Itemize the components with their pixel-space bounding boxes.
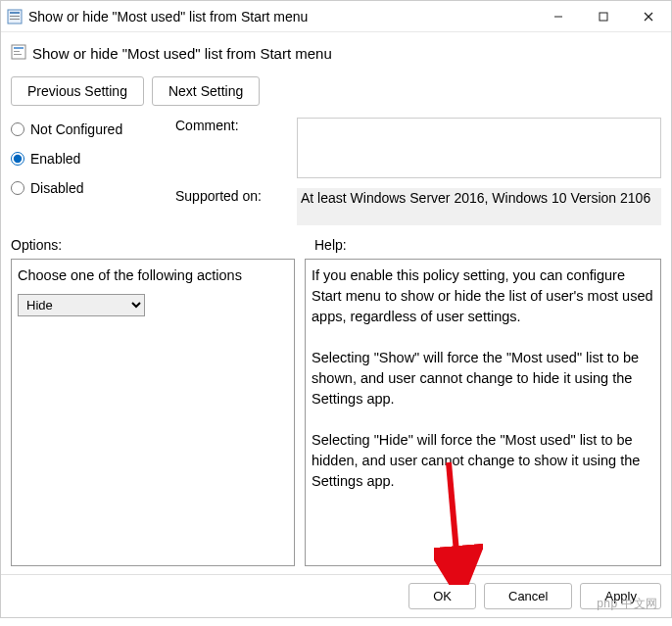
options-label: Options:: [11, 237, 305, 253]
titlebar: Show or hide "Most used" list from Start…: [1, 1, 671, 32]
previous-setting-button[interactable]: Previous Setting: [11, 76, 144, 106]
radio-disabled-input[interactable]: [11, 181, 24, 195]
maximize-button[interactable]: [581, 2, 626, 31]
window-controls: [536, 2, 671, 31]
options-prompt: Choose one of the following actions: [18, 265, 288, 286]
apply-button[interactable]: Apply: [580, 583, 661, 609]
radio-enabled-label: Enabled: [30, 151, 80, 167]
comment-row: Comment:: [175, 118, 661, 178]
dialog-content: Show or hide "Most used" list from Start…: [1, 32, 671, 574]
policy-header: Show or hide "Most used" list from Start…: [11, 40, 661, 71]
supported-row: Supported on: At least Windows Server 20…: [175, 188, 661, 225]
help-label: Help:: [314, 237, 661, 253]
svg-rect-3: [10, 19, 20, 20]
cancel-button[interactable]: Cancel: [484, 583, 572, 609]
supported-label: Supported on:: [175, 188, 293, 204]
svg-rect-9: [14, 47, 24, 49]
radio-enabled-input[interactable]: [11, 152, 24, 166]
settings-grid: Not Configured Enabled Disabled Comment:: [11, 118, 661, 225]
svg-rect-10: [14, 51, 20, 52]
right-col: Comment: Supported on: At least Windows …: [175, 118, 661, 225]
options-panel: Choose one of the following actions Hide: [11, 259, 295, 566]
close-button[interactable]: [626, 2, 671, 31]
window-title: Show or hide "Most used" list from Start…: [28, 9, 536, 24]
policy-icon: [11, 44, 26, 63]
supported-value: At least Windows Server 2016, Windows 10…: [297, 188, 661, 225]
radio-not-configured-input[interactable]: [11, 122, 24, 136]
radio-not-configured-label: Not Configured: [30, 121, 122, 137]
help-para-3: Selecting "Hide" will force the "Most us…: [312, 430, 654, 492]
policy-title-icon: [7, 9, 23, 24]
svg-rect-1: [10, 12, 20, 14]
state-radios: Not Configured Enabled Disabled: [11, 118, 168, 196]
help-panel: If you enable this policy setting, you c…: [305, 259, 661, 566]
section-labels: Options: Help:: [11, 231, 661, 253]
nav-buttons: Previous Setting Next Setting: [11, 76, 661, 106]
help-para-2: Selecting "Show" will force the "Most us…: [312, 348, 654, 409]
dialog-footer: OK Cancel Apply: [1, 574, 671, 617]
panels: Choose one of the following actions Hide…: [11, 259, 661, 566]
next-setting-button[interactable]: Next Setting: [152, 76, 260, 106]
options-select[interactable]: Hide: [18, 294, 145, 316]
minimize-button[interactable]: [536, 2, 581, 31]
dialog-window: Show or hide "Most used" list from Start…: [0, 0, 672, 618]
comment-input[interactable]: [297, 118, 661, 178]
comment-label: Comment:: [175, 118, 293, 133]
radio-enabled[interactable]: Enabled: [11, 151, 168, 167]
help-para-1: If you enable this policy setting, you c…: [312, 265, 654, 327]
policy-title: Show or hide "Most used" list from Start…: [32, 45, 332, 62]
ok-button[interactable]: OK: [408, 583, 476, 609]
radio-not-configured[interactable]: Not Configured: [11, 121, 168, 137]
svg-rect-11: [14, 54, 22, 55]
radio-disabled[interactable]: Disabled: [11, 180, 168, 196]
svg-rect-5: [600, 13, 607, 21]
radio-disabled-label: Disabled: [30, 180, 83, 196]
svg-rect-2: [10, 16, 20, 17]
